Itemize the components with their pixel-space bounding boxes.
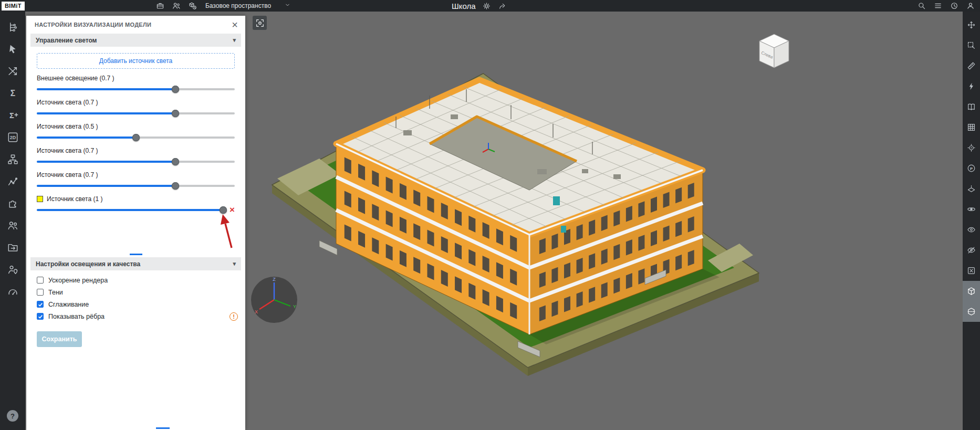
panel-title: НАСТРОЙКИ ВИЗУАЛИЗАЦИИ МОДЕЛИ: [35, 22, 232, 28]
menu-list-icon: [934, 2, 942, 10]
axis-gizmo[interactable]: Z X Y: [250, 276, 298, 324]
setting-checkbox-row[interactable]: Сглаживание: [37, 301, 235, 308]
svg-text:Σ: Σ: [9, 111, 14, 119]
light-intensity-slider[interactable]: [37, 209, 223, 211]
select-frame-icon: [967, 41, 976, 50]
search-button[interactable]: [918, 2, 926, 10]
light-slider-label: Источник света (0.7 ): [37, 148, 98, 154]
briefcase-button[interactable]: [156, 2, 164, 10]
shaded-cube-button[interactable]: [963, 281, 980, 301]
section-quality-header[interactable]: Настройки освещения и качества ▾: [30, 257, 241, 270]
model-space-button[interactable]: [189, 2, 197, 10]
project-title: Школа: [452, 2, 476, 11]
relations-button[interactable]: [0, 60, 25, 82]
compare-views-button[interactable]: [963, 97, 980, 117]
setting-checkbox-row[interactable]: Тени: [37, 289, 235, 296]
analytics-button[interactable]: [0, 170, 25, 192]
light-intensity-slider[interactable]: [37, 88, 235, 90]
close-panel-button[interactable]: ×: [232, 19, 238, 30]
user-location-button[interactable]: [0, 258, 25, 280]
panel-resize-handle[interactable]: [130, 254, 142, 255]
setting-checkbox-row[interactable]: Показывать рёбра: [37, 313, 235, 320]
section-light-header[interactable]: Управление светом ▾: [30, 34, 241, 47]
chevron-down-icon: ▾: [233, 260, 236, 267]
workspace-selector[interactable]: Базовое пространство: [205, 2, 290, 9]
fit-view-button[interactable]: [253, 16, 267, 30]
share-button[interactable]: [498, 2, 506, 10]
section-quality-title: Настройки освещения и качества: [36, 260, 140, 268]
model-3d-view: [246, 12, 963, 430]
quick-actions-button[interactable]: [963, 76, 980, 97]
hide-element-button[interactable]: [963, 240, 980, 260]
app-logo[interactable]: BIMiT: [2, 2, 25, 11]
check-icon: [38, 314, 43, 319]
dashboard-button[interactable]: [0, 280, 25, 302]
sum-button[interactable]: Σ: [0, 82, 25, 104]
light-sliders-list: Внешнее освещение (0.7 )Источник света (…: [26, 69, 245, 220]
ruler-button[interactable]: [963, 56, 980, 76]
orbit-view-icon: [967, 205, 976, 214]
view-2d-button[interactable]: 2D: [0, 126, 25, 148]
storey-grid-button[interactable]: [963, 117, 980, 138]
checkbox[interactable]: [37, 301, 44, 308]
check-icon: [38, 302, 43, 307]
slider-thumb[interactable]: [172, 182, 179, 190]
relations-icon: [7, 66, 18, 77]
pan-tool-icon: [967, 20, 976, 29]
slider-thumb[interactable]: [172, 158, 179, 165]
select-frame-button[interactable]: [963, 35, 980, 56]
export-model-button[interactable]: [0, 236, 25, 258]
show-all-icon: [967, 225, 976, 234]
section-box-button[interactable]: [963, 301, 980, 322]
org-chart-button[interactable]: [0, 148, 25, 170]
pan-tool-button[interactable]: [963, 15, 980, 35]
checkbox[interactable]: [37, 277, 44, 284]
light-intensity-slider[interactable]: [37, 161, 235, 163]
show-all-button[interactable]: [963, 219, 980, 240]
light-intensity-slider[interactable]: [37, 112, 235, 114]
slider-fill: [37, 185, 175, 187]
shaded-cube-icon: [967, 287, 976, 296]
quick-actions-icon: [967, 82, 976, 91]
collaboration-button[interactable]: [0, 214, 25, 236]
sum-icon: Σ: [7, 88, 18, 99]
sum-add-button[interactable]: Σ: [0, 104, 25, 126]
slider-thumb[interactable]: [172, 110, 179, 117]
save-button[interactable]: Сохранить: [37, 331, 82, 347]
add-light-source-button[interactable]: Добавить источник света: [37, 53, 235, 69]
slider-fill: [37, 209, 223, 211]
plugins-icon: [7, 198, 18, 209]
focus-model-button[interactable]: [963, 138, 980, 158]
clear-view-button[interactable]: [963, 260, 980, 281]
history-icon: [950, 2, 958, 10]
model-structure-button[interactable]: [0, 16, 25, 38]
menu-list-button[interactable]: [934, 2, 942, 10]
checkbox[interactable]: [37, 313, 44, 320]
orbit-view-button[interactable]: [963, 199, 980, 219]
plugins-button[interactable]: [0, 192, 25, 214]
slider-fill: [37, 112, 175, 114]
slider-thumb[interactable]: [132, 134, 140, 141]
perspective-button[interactable]: P: [963, 158, 980, 179]
svg-text:Σ: Σ: [10, 88, 15, 97]
checkbox[interactable]: [37, 289, 44, 296]
light-intensity-slider[interactable]: [37, 137, 235, 139]
model-structure-icon: [7, 22, 18, 33]
setting-checkbox-row[interactable]: Ускорение рендера: [37, 277, 235, 284]
settings-gear-button[interactable]: [483, 2, 491, 10]
history-button[interactable]: [950, 2, 958, 10]
section-plane-button[interactable]: [963, 179, 980, 199]
select-tool-button[interactable]: [0, 38, 25, 60]
panel-scrollbar-thumb[interactable]: [156, 427, 170, 429]
team-button[interactable]: [172, 2, 181, 10]
perspective-icon: P: [967, 164, 976, 173]
light-color-swatch[interactable]: [37, 196, 43, 202]
slider-thumb[interactable]: [172, 86, 179, 93]
workspace-label: Базовое пространство: [205, 2, 271, 9]
nav-cube[interactable]: Слева: [755, 29, 794, 71]
axis-x-label: X: [255, 309, 258, 314]
storey-grid-icon: [967, 123, 976, 132]
light-intensity-slider[interactable]: [37, 185, 235, 187]
user-profile-button[interactable]: [966, 2, 975, 10]
help-button[interactable]: ?: [7, 410, 18, 422]
